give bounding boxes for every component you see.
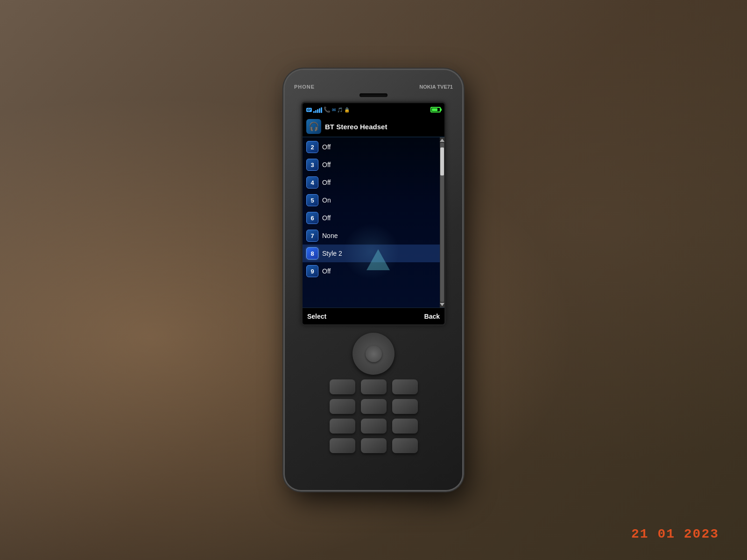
signal-bar-4 xyxy=(319,108,320,113)
key-6[interactable] xyxy=(392,419,418,434)
menu-item-3[interactable]: 3 Off xyxy=(303,156,440,174)
bottom-bar: Select Back xyxy=(303,308,444,324)
phone-body: PHONE NOKIA TVE71 G² 📞 ✉ 🎵 xyxy=(285,70,462,490)
screen-container: G² 📞 ✉ 🎵 🔒 xyxy=(301,102,446,326)
scroll-track xyxy=(440,143,444,302)
signal-icon xyxy=(313,106,322,113)
menu-list[interactable]: 2 Off 3 Off 4 Off 5 On xyxy=(303,137,440,308)
menu-label-2: Off xyxy=(322,143,331,151)
key-call[interactable] xyxy=(361,379,387,394)
signal-bar-1 xyxy=(313,111,315,113)
menu-item-6[interactable]: 6 Off xyxy=(303,209,440,227)
num-badge-8: 8 xyxy=(306,247,318,259)
menu-label-6: Off xyxy=(322,214,331,222)
menu-item-9[interactable]: 9 Off xyxy=(303,262,440,280)
num-badge-4: 4 xyxy=(306,176,318,189)
keypad-row-3 xyxy=(330,419,418,434)
menu-label-8: Style 2 xyxy=(322,250,342,257)
menu-label-5: On xyxy=(322,196,331,204)
num-badge-3: 3 xyxy=(306,159,318,171)
battery-icon xyxy=(430,107,441,112)
scroll-down-arrow[interactable] xyxy=(440,303,444,306)
menu-label-3: Off xyxy=(322,161,331,168)
key-2[interactable] xyxy=(361,399,387,414)
signal-bar-3 xyxy=(317,109,318,113)
keypad-row-1 xyxy=(330,379,418,394)
keypad-row-2 xyxy=(330,399,418,414)
num-badge-7: 7 xyxy=(306,230,318,242)
brand-left: PHONE xyxy=(294,84,315,90)
menu-label-9: Off xyxy=(322,267,331,275)
num-badge-9: 9 xyxy=(306,265,318,277)
headset-emoji: 🎧 xyxy=(309,121,319,132)
select-button[interactable]: Select xyxy=(307,313,326,320)
scroll-thumb[interactable] xyxy=(440,147,444,175)
lock-icon: 🔒 xyxy=(344,107,350,112)
nav-cluster[interactable] xyxy=(352,333,395,375)
key-right-soft[interactable] xyxy=(392,379,418,394)
key-5[interactable] xyxy=(361,419,387,434)
key-3[interactable] xyxy=(392,399,418,414)
key-1[interactable] xyxy=(330,399,355,414)
key-8[interactable] xyxy=(361,438,387,453)
menu-item-8[interactable]: 8 Style 2 xyxy=(303,245,440,262)
keypad-row-4 xyxy=(330,438,418,453)
speaker-slot xyxy=(359,93,388,97)
num-badge-5: 5 xyxy=(306,194,318,206)
message-icon: ✉ xyxy=(332,107,336,112)
num-badge-2: 2 xyxy=(306,141,318,153)
phone-bottom xyxy=(285,326,462,453)
menu-item-4[interactable]: 4 Off xyxy=(303,174,440,191)
call-icon: 📞 xyxy=(324,106,331,113)
key-7[interactable] xyxy=(330,438,355,453)
brand-right: NOKIA TVE71 xyxy=(419,84,453,90)
menu-item-2[interactable]: 2 Off xyxy=(303,138,440,156)
bt-headset-icon: 🎧 xyxy=(306,119,321,134)
menu-item-5[interactable]: 5 On xyxy=(303,191,440,209)
signal-bar-2 xyxy=(315,110,317,113)
key-9[interactable] xyxy=(392,438,418,453)
scrollbar[interactable] xyxy=(440,137,444,308)
back-button[interactable]: Back xyxy=(424,313,440,320)
menu-area: 2 Off 3 Off 4 Off 5 On xyxy=(303,137,444,308)
status-icons-left: G² 📞 ✉ 🎵 🔒 xyxy=(306,106,350,113)
key-4[interactable] xyxy=(330,419,355,434)
battery-fill xyxy=(432,108,437,111)
date-stamp: 21 01 2023 xyxy=(631,527,719,541)
menu-label-4: Off xyxy=(322,179,331,186)
num-badge-6: 6 xyxy=(306,212,318,224)
screen: G² 📞 ✉ 🎵 🔒 xyxy=(303,103,444,324)
status-bar: G² 📞 ✉ 🎵 🔒 xyxy=(303,103,444,116)
key-left-soft[interactable] xyxy=(330,379,355,394)
scroll-up-arrow[interactable] xyxy=(440,139,444,142)
title-area: 🎧 BT Stereo Headset xyxy=(303,116,444,137)
menu-item-7[interactable]: 7 None xyxy=(303,227,440,245)
screen-title: BT Stereo Headset xyxy=(325,123,387,131)
media-icon: 🎵 xyxy=(337,107,343,112)
phone-top-bar: PHONE NOKIA TVE71 xyxy=(285,84,462,90)
nav-center-button[interactable] xyxy=(366,346,382,362)
menu-label-7: None xyxy=(322,232,338,239)
signal-bar-5 xyxy=(321,107,322,113)
gprs-icon: G² xyxy=(306,108,312,112)
